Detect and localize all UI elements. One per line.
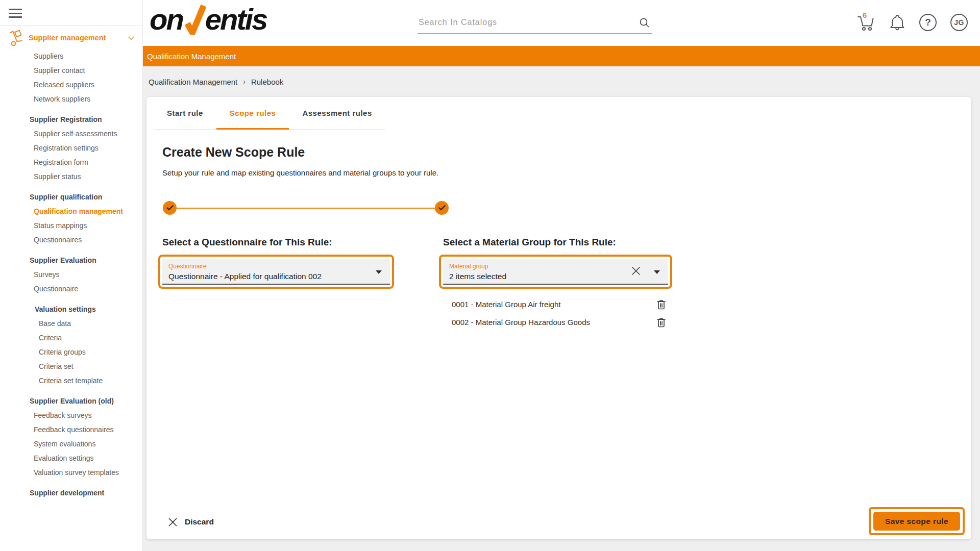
page-subtitle: Setup your rule and map existing questio… bbox=[162, 168, 971, 177]
sidebar-nav: Supplier management Suppliers Supplier c… bbox=[0, 30, 142, 500]
module-banner: Qualification Management bbox=[143, 46, 980, 66]
hand-truck-icon bbox=[8, 30, 24, 46]
tab-label: Start rule bbox=[167, 109, 203, 117]
logo-text-part1: on bbox=[150, 4, 183, 35]
sidebar-divider bbox=[0, 26, 143, 26]
sidebar-item[interactable]: Supplier development bbox=[0, 486, 142, 500]
questionnaire-field-label: Questionnaire bbox=[168, 263, 390, 270]
sidebar-item[interactable]: Supplier contact bbox=[0, 63, 142, 78]
sidebar-item-supplier-management[interactable]: Supplier management bbox=[0, 30, 142, 46]
sidebar-item[interactable]: Supplier qualification bbox=[0, 190, 142, 204]
sidebar: Supplier management Suppliers Supplier c… bbox=[0, 0, 143, 551]
sidebar-item[interactable]: Supplier Evaluation (old) bbox=[0, 394, 142, 408]
tab-label: Scope rules bbox=[230, 109, 276, 117]
sidebar-item[interactable]: Supplier Registration bbox=[0, 112, 142, 127]
breadcrumb-parent[interactable]: Qualification Management bbox=[149, 78, 237, 86]
dropdown-caret-icon[interactable] bbox=[654, 270, 660, 274]
clear-selection-icon[interactable] bbox=[629, 264, 643, 280]
breadcrumb: Qualification Management › Rulebook bbox=[143, 66, 980, 97]
sidebar-item-label: Supplier management bbox=[29, 34, 106, 42]
cart-button[interactable]: 6 bbox=[856, 13, 875, 32]
sidebar-item[interactable]: Registration settings bbox=[0, 141, 142, 155]
sidebar-item[interactable]: Supplier status bbox=[0, 169, 142, 184]
search-icon[interactable] bbox=[639, 17, 650, 31]
progress-stepper bbox=[163, 201, 449, 215]
page-title: Create New Scope Rule bbox=[162, 145, 971, 160]
sidebar-item[interactable]: System evaluations bbox=[0, 437, 142, 451]
stepper-connector bbox=[177, 208, 435, 209]
sidebar-item[interactable]: Released suppliers bbox=[0, 78, 142, 92]
sidebar-item[interactable]: Evaluation settings bbox=[0, 451, 142, 465]
step-2-complete-icon bbox=[435, 201, 449, 215]
logo-text-part2: entis bbox=[205, 4, 266, 35]
chevron-down-icon bbox=[128, 34, 134, 42]
questionnaire-heading: Select a Questionnaire for This Rule: bbox=[162, 237, 394, 248]
cart-count-badge: 6 bbox=[863, 11, 867, 19]
sidebar-item[interactable]: Questionnaires bbox=[0, 233, 142, 247]
sidebar-item[interactable]: Feedback questionnaires bbox=[0, 422, 142, 437]
sidebar-item[interactable]: Criteria set template bbox=[0, 373, 142, 388]
questionnaire-select[interactable]: Questionnaire Questionnaire - Applied fo… bbox=[162, 259, 390, 285]
material-group-row: 0002 - Material Group Hazardous Goods bbox=[439, 313, 672, 331]
avatar-initials: JG bbox=[954, 18, 964, 27]
sidebar-item[interactable]: Registration form bbox=[0, 155, 142, 169]
search-input[interactable] bbox=[418, 13, 632, 32]
sidebar-item[interactable]: Criteria set bbox=[0, 359, 142, 373]
rulebook-tabs: Start rule Scope rules Assessment rules bbox=[154, 97, 385, 130]
material-group-section: Select a Material Group for This Rule: M… bbox=[439, 237, 672, 331]
questionnaire-field-value: Questionnaire - Applied for qualificatio… bbox=[168, 272, 390, 281]
questionnaire-section: Select a Questionnaire for This Rule: Qu… bbox=[158, 237, 394, 331]
save-highlight-box: Save scope rule bbox=[869, 507, 965, 535]
selected-material-groups: 0001 - Material Group Air freight bbox=[439, 295, 672, 331]
material-group-row-label: 0001 - Material Group Air freight bbox=[452, 300, 560, 309]
questionnaire-highlight-box: Questionnaire Questionnaire - Applied fo… bbox=[158, 255, 394, 289]
close-icon bbox=[168, 518, 177, 527]
tab[interactable]: Assessment rules bbox=[289, 97, 385, 129]
sidebar-item[interactable]: Valuation survey templates bbox=[0, 465, 142, 480]
step-1-complete-icon bbox=[163, 201, 177, 215]
sidebar-item[interactable]: Status mappings bbox=[0, 218, 142, 233]
discard-button[interactable]: Discard bbox=[168, 517, 214, 527]
tab[interactable]: Start rule bbox=[154, 97, 216, 129]
sidebar-item[interactable]: Network suppliers bbox=[0, 92, 142, 106]
hamburger-menu-icon[interactable] bbox=[9, 9, 22, 20]
sidebar-item[interactable]: Supplier self-assessments bbox=[0, 127, 142, 141]
top-right-icons: 6 ? JG bbox=[856, 13, 968, 32]
notifications-bell-button[interactable] bbox=[889, 13, 905, 32]
catalog-search bbox=[418, 13, 652, 34]
user-avatar[interactable]: JG bbox=[950, 14, 968, 31]
sidebar-item[interactable]: Criteria bbox=[0, 331, 142, 345]
banner-title: Qualification Management bbox=[147, 52, 236, 61]
help-button[interactable]: ? bbox=[919, 14, 937, 31]
sidebar-item[interactable]: Feedback surveys bbox=[0, 408, 142, 422]
save-scope-rule-button[interactable]: Save scope rule bbox=[873, 512, 960, 531]
tab[interactable]: Scope rules bbox=[216, 97, 289, 129]
top-bar: on entis 6 ? bbox=[143, 0, 980, 46]
material-group-heading: Select a Material Group for This Rule: bbox=[443, 237, 672, 248]
sidebar-item[interactable]: Suppliers bbox=[0, 49, 142, 63]
sidebar-item[interactable]: Criteria groups bbox=[0, 345, 142, 359]
material-group-row-label: 0002 - Material Group Hazardous Goods bbox=[452, 318, 590, 327]
onventis-logo: on entis bbox=[150, 4, 266, 40]
delete-trash-icon[interactable] bbox=[656, 317, 666, 328]
dropdown-caret-icon[interactable] bbox=[376, 270, 382, 274]
breadcrumb-separator-icon: › bbox=[243, 78, 246, 86]
material-group-select[interactable]: Material group 2 items selected bbox=[443, 259, 668, 285]
rulebook-card: Start rule Scope rules Assessment rules … bbox=[146, 97, 971, 539]
breadcrumb-current: Rulebook bbox=[251, 78, 283, 86]
logo-check-icon bbox=[183, 4, 205, 40]
material-group-highlight-box: Material group 2 items selected bbox=[439, 255, 672, 289]
sidebar-item[interactable]: Supplier Evaluation bbox=[0, 253, 142, 267]
sidebar-item[interactable]: Base data bbox=[0, 316, 142, 331]
sidebar-item[interactable]: Questionnaire bbox=[0, 282, 142, 296]
discard-label: Discard bbox=[185, 517, 214, 527]
sidebar-item[interactable]: Qualification management bbox=[0, 204, 142, 218]
tab-label: Assessment rules bbox=[302, 109, 372, 117]
sidebar-item[interactable]: Valuation settings bbox=[0, 302, 142, 316]
delete-trash-icon[interactable] bbox=[656, 299, 666, 310]
sidebar-item-list: Suppliers Supplier contact Released supp… bbox=[0, 49, 142, 500]
help-icon: ? bbox=[925, 17, 931, 28]
material-group-row: 0001 - Material Group Air freight bbox=[439, 295, 672, 313]
sidebar-item[interactable]: Surveys bbox=[0, 267, 142, 282]
